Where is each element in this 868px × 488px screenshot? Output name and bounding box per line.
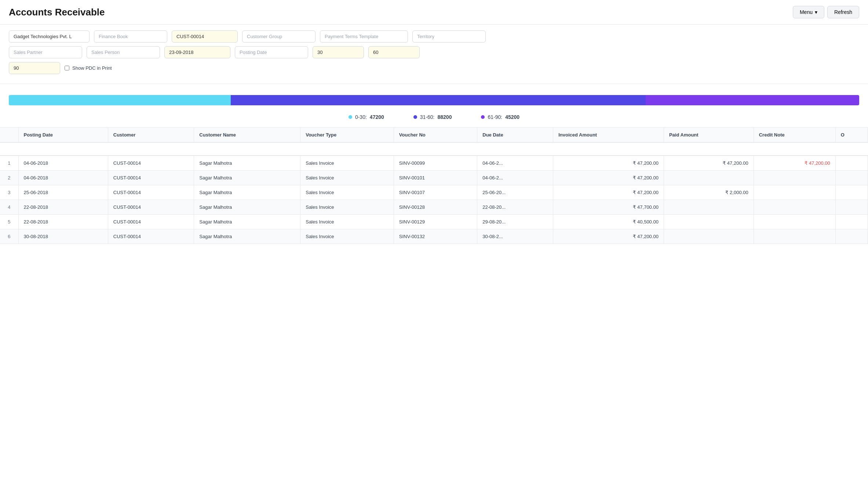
cell-customer-name: Sagar Malhotra <box>194 171 300 185</box>
cell-due-date: 30-08-2... <box>477 229 553 244</box>
cell-posting-date: 30-08-2018 <box>18 229 108 244</box>
customer-id-input[interactable] <box>172 30 238 43</box>
sales-person-input[interactable] <box>87 46 160 58</box>
cell-posting-date: 04-06-2018 <box>18 156 108 171</box>
accounts-receivable-table: Posting Date Customer Customer Name Vouc… <box>0 128 868 244</box>
refresh-button[interactable]: Refresh <box>827 6 859 18</box>
table-row: 3 25-06-2018 CUST-00014 Sagar Malhotra S… <box>0 185 868 200</box>
cell-paid-amount <box>664 229 754 244</box>
cell-voucher-type: Sales Invoice <box>300 185 394 200</box>
cell-paid-amount: ₹ 47,200.00 <box>664 156 754 171</box>
cell-voucher-type: Sales Invoice <box>300 171 394 185</box>
cell-invoiced-amount: ₹ 47,700.00 <box>553 200 664 215</box>
cell-voucher-no: SINV-00132 <box>394 229 477 244</box>
aging1-input[interactable] <box>313 46 364 58</box>
cell-due-date: 04-06-2... <box>477 156 553 171</box>
legend-range-0-30: 0-30: <box>355 114 367 120</box>
cell-credit-note <box>754 200 835 215</box>
legend-value-61-90: 45200 <box>505 114 519 120</box>
cell-credit-note <box>754 185 835 200</box>
legend-value-31-60: 88200 <box>437 114 452 120</box>
cell-customer-name: Sagar Malhotra <box>194 229 300 244</box>
aging2-input[interactable] <box>368 46 420 58</box>
menu-button[interactable]: Menu ▾ <box>793 6 824 18</box>
cell-customer-name: Sagar Malhotra <box>194 215 300 229</box>
posting-date-input[interactable] <box>235 46 308 58</box>
cell-invoiced-amount: ₹ 47,200.00 <box>553 229 664 244</box>
show-pdc-row: Show PDC in Print <box>65 62 112 74</box>
cell-voucher-no: SINV-00128 <box>394 200 477 215</box>
legend-dot-61-90 <box>481 115 485 119</box>
col-customer: Customer <box>108 128 194 142</box>
table-row: 2 04-06-2018 CUST-00014 Sagar Malhotra S… <box>0 171 868 185</box>
chart-section: 0-30: 47200 31-60: 88200 61-90: 45200 <box>0 84 868 128</box>
company-input[interactable] <box>9 30 90 43</box>
cell-customer: CUST-00014 <box>108 156 194 171</box>
cell-paid-amount <box>664 200 754 215</box>
cell-credit-note <box>754 229 835 244</box>
col-invoiced-amount: Invoiced Amount <box>553 128 664 142</box>
cell-invoiced-amount: ₹ 47,200.00 <box>553 171 664 185</box>
table-header-row: Posting Date Customer Customer Name Vouc… <box>0 128 868 142</box>
page-title: Accounts Receivable <box>9 7 105 18</box>
aging3-input[interactable] <box>9 62 60 74</box>
cell-due-date: 04-06-2... <box>477 171 553 185</box>
filter-row-1 <box>9 30 859 43</box>
territory-input[interactable] <box>412 30 486 43</box>
filter-row-3: Show PDC in Print <box>9 62 859 74</box>
col-posting-date: Posting Date <box>18 128 108 142</box>
cell-voucher-no: SINV-00101 <box>394 171 477 185</box>
date-input[interactable] <box>164 46 230 58</box>
cell-customer: CUST-00014 <box>108 185 194 200</box>
cell-due-date: 25-06-20... <box>477 185 553 200</box>
cell-num: 5 <box>0 215 18 229</box>
cell-invoiced-amount: ₹ 40,500.00 <box>553 215 664 229</box>
cell-invoiced-amount: ₹ 47,200.00 <box>553 185 664 200</box>
cell-num: 3 <box>0 185 18 200</box>
sales-partner-input[interactable] <box>9 46 82 58</box>
cell-paid-amount: ₹ 2,000.00 <box>664 185 754 200</box>
finance-book-input[interactable] <box>94 30 167 43</box>
cell-num: 1 <box>0 156 18 171</box>
cell-credit-note <box>754 171 835 185</box>
cell-num: 2 <box>0 171 18 185</box>
aging-bar-chart <box>9 95 859 105</box>
col-num <box>0 128 18 142</box>
cell-num: 6 <box>0 229 18 244</box>
cell-paid-amount <box>664 171 754 185</box>
header-actions: Menu ▾ Refresh <box>793 6 859 18</box>
cell-credit-note <box>754 215 835 229</box>
col-voucher-type: Voucher Type <box>300 128 394 142</box>
cell-customer: CUST-00014 <box>108 200 194 215</box>
cell-posting-date: 04-06-2018 <box>18 171 108 185</box>
legend-item-61-90: 61-90: 45200 <box>481 114 519 120</box>
cell-customer-name: Sagar Malhotra <box>194 156 300 171</box>
customer-group-input[interactable] <box>242 30 316 43</box>
legend-item-0-30: 0-30: 47200 <box>349 114 384 120</box>
table-row: 6 30-08-2018 CUST-00014 Sagar Malhotra S… <box>0 229 868 244</box>
cell-voucher-type: Sales Invoice <box>300 229 394 244</box>
bar-61-90 <box>646 95 859 105</box>
cell-customer-name: Sagar Malhotra <box>194 200 300 215</box>
legend-range-61-90: 61-90: <box>488 114 502 120</box>
show-pdc-checkbox[interactable] <box>65 66 69 70</box>
col-other: O <box>835 128 868 142</box>
legend-range-31-60: 31-60: <box>420 114 435 120</box>
legend-value-0-30: 47200 <box>370 114 384 120</box>
filters-section: Show PDC in Print <box>0 25 868 84</box>
cell-voucher-type: Sales Invoice <box>300 215 394 229</box>
show-pdc-label: Show PDC in Print <box>72 65 112 71</box>
payment-terms-input[interactable] <box>320 30 408 43</box>
col-customer-name: Customer Name <box>194 128 300 142</box>
bar-31-60 <box>231 95 646 105</box>
cell-invoiced-amount: ₹ 47,200.00 <box>553 156 664 171</box>
cell-voucher-no: SINV-00107 <box>394 185 477 200</box>
cell-paid-amount <box>664 215 754 229</box>
cell-other <box>835 229 868 244</box>
chart-legend: 0-30: 47200 31-60: 88200 61-90: 45200 <box>9 114 859 120</box>
cell-voucher-no: SINV-00099 <box>394 156 477 171</box>
cell-other <box>835 200 868 215</box>
filter-row-2 <box>9 46 859 58</box>
cell-customer: CUST-00014 <box>108 229 194 244</box>
col-voucher-no: Voucher No <box>394 128 477 142</box>
